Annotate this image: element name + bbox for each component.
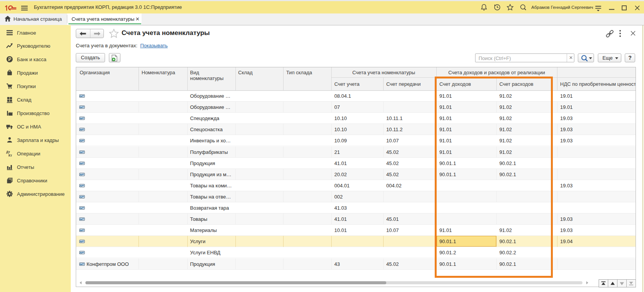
svg-text:Кт: Кт bbox=[8, 153, 12, 157]
